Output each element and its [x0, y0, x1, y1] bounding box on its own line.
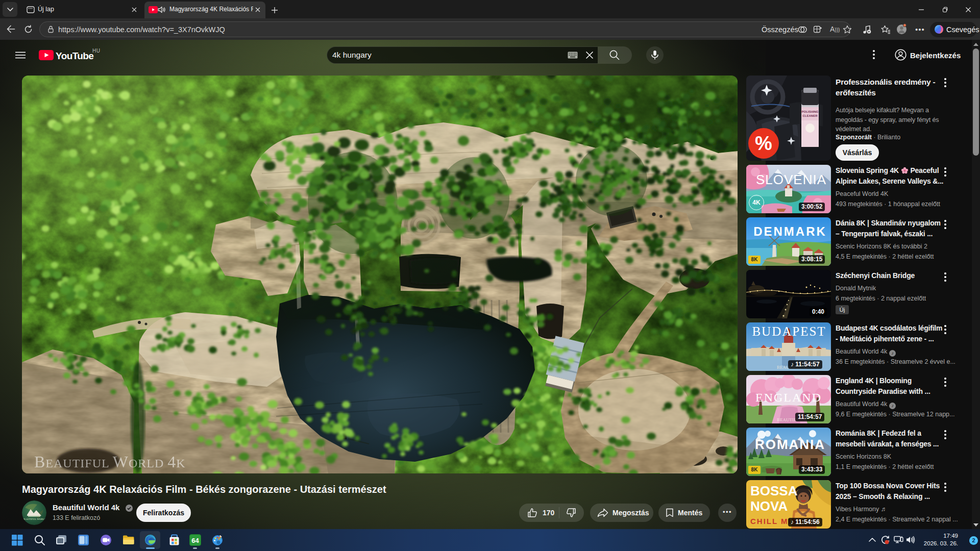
svg-text:64: 64 — [191, 537, 199, 544]
svg-text:ROMANIA: ROMANIA — [755, 437, 825, 452]
svg-text:NOVA: NOVA — [750, 498, 788, 514]
svg-text:ENGLAND: ENGLAND — [755, 391, 822, 404]
svg-text:BEAUTIFUL WORLD: BEAUTIFUL WORLD — [22, 518, 46, 520]
svg-text:SLOVENIA: SLOVENIA — [756, 172, 826, 187]
svg-text:BOSSA: BOSSA — [750, 483, 798, 498]
svg-text:POLISHING: POLISHING — [801, 110, 818, 113]
svg-text:%: % — [755, 133, 772, 154]
svg-text:BUDAPEST: BUDAPEST — [752, 324, 826, 338]
svg-text:CLEANER: CLEANER — [802, 114, 818, 117]
svg-text:DENMARK: DENMARK — [753, 224, 827, 238]
